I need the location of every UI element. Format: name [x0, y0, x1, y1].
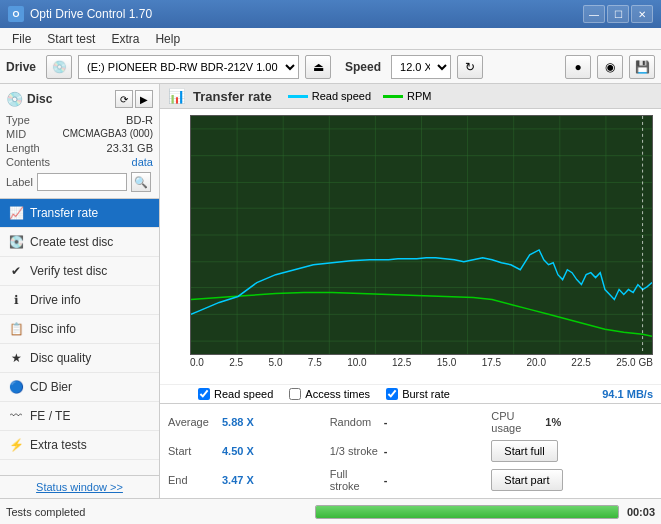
app-icon: O	[8, 6, 24, 22]
checkbox-access-times[interactable]: Access times	[289, 388, 370, 400]
verify-test-icon: ✔	[8, 263, 24, 279]
stat-end: End 3.47 X	[168, 466, 330, 494]
drive-icon-button[interactable]: 💿	[46, 55, 72, 79]
disc-button-1[interactable]: ●	[565, 55, 591, 79]
disc-title: Disc	[27, 92, 52, 106]
nav-items: 📈 Transfer rate 💽 Create test disc ✔ Ver…	[0, 199, 159, 475]
menu-file[interactable]: File	[4, 28, 39, 49]
status-time: 00:03	[627, 506, 655, 518]
chart-area: 18 X 16 X 14 X 12 X 10 X 8 X 6 X 4 X 2 X…	[160, 109, 661, 384]
chart-legend: Read speed RPM	[288, 90, 432, 102]
legend-read-speed-color	[288, 95, 308, 98]
save-button[interactable]: 💾	[629, 55, 655, 79]
legend-rpm: RPM	[383, 90, 431, 102]
status-window-button[interactable]: Status window >>	[0, 475, 159, 498]
stat-start-full: Start full	[491, 438, 653, 464]
access-times-checkbox[interactable]	[289, 388, 301, 400]
disc-info-icon: 📋	[8, 321, 24, 337]
speed-label: Speed	[345, 60, 381, 74]
stat-1-3-stroke: 1/3 stroke -	[330, 438, 492, 464]
nav-item-disc-info[interactable]: 📋 Disc info	[0, 315, 159, 344]
read-speed-checkbox[interactable]	[198, 388, 210, 400]
speed-select[interactable]: Max12.0 X8.0 X4.0 X2.0 X	[391, 55, 451, 79]
nav-item-transfer-rate[interactable]: 📈 Transfer rate	[0, 199, 159, 228]
chart-title: Transfer rate	[193, 89, 272, 104]
create-test-icon: 💽	[8, 234, 24, 250]
fe-te-icon: 〰	[8, 408, 24, 424]
chart-container	[190, 115, 653, 355]
checkbox-burst-rate[interactable]: Burst rate	[386, 388, 450, 400]
titlebar-buttons: — ☐ ✕	[583, 5, 653, 23]
extra-tests-icon: ⚡	[8, 437, 24, 453]
chart-header: 📊 Transfer rate Read speed RPM	[160, 84, 661, 109]
nav-item-verify-test-disc[interactable]: ✔ Verify test disc	[0, 257, 159, 286]
titlebar-left: O Opti Drive Control 1.70	[8, 6, 152, 22]
stat-start: Start 4.50 X	[168, 438, 330, 464]
refresh-button[interactable]: ↻	[457, 55, 483, 79]
statusbar: Tests completed 00:03	[0, 498, 661, 524]
toolbar: Drive 💿 (E:) PIONEER BD-RW BDR-212V 1.00…	[0, 50, 661, 84]
app-title: Opti Drive Control 1.70	[30, 7, 152, 21]
drive-select[interactable]: (E:) PIONEER BD-RW BDR-212V 1.00	[78, 55, 299, 79]
start-part-button[interactable]: Start part	[491, 469, 562, 491]
maximize-button[interactable]: ☐	[607, 5, 629, 23]
stat-random: Random -	[330, 408, 492, 436]
chart-icon: 📊	[168, 88, 185, 104]
menu-extra[interactable]: Extra	[103, 28, 147, 49]
progress-bar-fill	[316, 506, 617, 518]
label-search-button[interactable]: 🔍	[131, 172, 151, 192]
disc-mid-row: MID CMCMAGBA3 (000)	[6, 128, 153, 140]
status-text: Tests completed	[6, 506, 307, 518]
sidebar: 💿 Disc ⟳ ▶ Type BD-R MID CMCMAGBA3 (000)…	[0, 84, 160, 498]
legend-read-speed: Read speed	[288, 90, 371, 102]
chart-checkboxes: Read speed Access times Burst rate 94.1 …	[160, 384, 661, 403]
nav-item-create-test-disc[interactable]: 💽 Create test disc	[0, 228, 159, 257]
drive-label: Drive	[6, 60, 36, 74]
disc-panel: 💿 Disc ⟳ ▶ Type BD-R MID CMCMAGBA3 (000)…	[0, 84, 159, 199]
checkbox-read-speed[interactable]: Read speed	[198, 388, 273, 400]
disc-action-btn-1[interactable]: ⟳	[115, 90, 133, 108]
disc-icon: 💿	[6, 91, 23, 107]
stats-area: Average 5.88 X Random - CPU usage 1% Sta…	[160, 403, 661, 498]
nav-item-drive-info[interactable]: ℹ Drive info	[0, 286, 159, 315]
disc-header: 💿 Disc ⟳ ▶	[6, 90, 153, 108]
burst-rate-value: 94.1 MB/s	[602, 388, 653, 400]
cd-bier-icon: 🔵	[8, 379, 24, 395]
disc-action-btn-2[interactable]: ▶	[135, 90, 153, 108]
content-area: 📊 Transfer rate Read speed RPM 18 X 16 X…	[160, 84, 661, 498]
nav-item-cd-bier[interactable]: 🔵 CD Bier	[0, 373, 159, 402]
x-axis: 0.0 2.5 5.0 7.5 10.0 12.5 15.0 17.5 20.0…	[190, 355, 653, 368]
start-full-button[interactable]: Start full	[491, 440, 557, 462]
close-button[interactable]: ✕	[631, 5, 653, 23]
progress-bar-container	[315, 505, 618, 519]
disc-type-row: Type BD-R	[6, 114, 153, 126]
disc-contents-row: Contents data	[6, 156, 153, 168]
nav-item-fe-te[interactable]: 〰 FE / TE	[0, 402, 159, 431]
menu-help[interactable]: Help	[147, 28, 188, 49]
minimize-button[interactable]: —	[583, 5, 605, 23]
label-input[interactable]	[37, 173, 127, 191]
stat-average: Average 5.88 X	[168, 408, 330, 436]
menu-start-test[interactable]: Start test	[39, 28, 103, 49]
stat-full-stroke: Full stroke -	[330, 466, 492, 494]
stat-cpu: CPU usage 1%	[491, 408, 653, 436]
transfer-rate-icon: 📈	[8, 205, 24, 221]
legend-rpm-color	[383, 95, 403, 98]
burst-rate-checkbox[interactable]	[386, 388, 398, 400]
chart-svg	[191, 116, 652, 354]
disc-quality-icon: ★	[8, 350, 24, 366]
disc-label-row: Label 🔍	[6, 172, 153, 192]
titlebar: O Opti Drive Control 1.70 — ☐ ✕	[0, 0, 661, 28]
disc-button-2[interactable]: ◉	[597, 55, 623, 79]
drive-info-icon: ℹ	[8, 292, 24, 308]
nav-item-extra-tests[interactable]: ⚡ Extra tests	[0, 431, 159, 460]
disc-length-row: Length 23.31 GB	[6, 142, 153, 154]
menubar: File Start test Extra Help	[0, 28, 661, 50]
stat-start-part: Start part	[491, 466, 653, 494]
eject-button[interactable]: ⏏	[305, 55, 331, 79]
nav-item-disc-quality[interactable]: ★ Disc quality	[0, 344, 159, 373]
main-area: 💿 Disc ⟳ ▶ Type BD-R MID CMCMAGBA3 (000)…	[0, 84, 661, 498]
